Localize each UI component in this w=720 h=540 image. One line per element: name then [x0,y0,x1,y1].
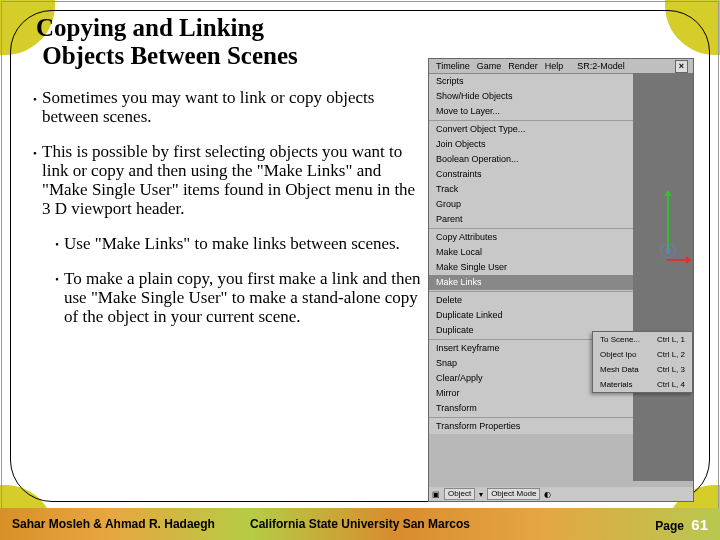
menu-item-label: Delete [436,295,462,305]
title-line-1: Copying and Linking [36,14,264,41]
page-number: 61 [691,516,708,533]
menu-item-label: Scripts [436,76,464,86]
menu-item-label: Constraints [436,169,482,179]
topbar-item[interactable]: SR:2-Model [577,61,625,71]
bullet-text: Use "Make Links" to make links between s… [64,234,400,253]
slide-title: Copying and Linking Objects Between Scen… [36,14,298,70]
submenu-item[interactable]: To Scene...Ctrl L, 1 [593,332,692,347]
sub-bullet-item: • To make a plain copy, you first make a… [50,269,426,326]
menu-item-label: Convert Object Type... [436,124,525,134]
submenu-item-shortcut: Ctrl L, 4 [657,380,685,389]
menu-item-label: Join Objects [436,139,486,149]
menu-item-label: Duplicate Linked [436,310,503,320]
topbar-item[interactable]: Timeline [436,61,470,71]
panel-icon[interactable]: ▣ [432,490,440,499]
submenu-item-shortcut: Ctrl L, 1 [657,335,685,344]
app-screenshot: Timeline Game Render Help SR:2-Model × S… [428,58,694,502]
menu-item-label: Boolean Operation... [436,154,519,164]
dropdown-icon[interactable]: ▾ [479,490,483,499]
menu-item-label: Copy Attributes [436,232,497,242]
app-topbar: Timeline Game Render Help SR:2-Model × [429,59,693,74]
axis-y-arrow-icon [664,190,672,196]
menu-item-label: Transform Properties [436,421,520,431]
bullet-text: To make a plain copy, you first make a l… [64,269,426,326]
menu-item-label: Clear/Apply [436,373,483,383]
menu-item-label: Duplicate [436,325,474,335]
make-links-submenu: To Scene...Ctrl L, 1Object IpoCtrl L, 2M… [592,331,693,393]
3d-viewport[interactable] [633,73,693,481]
submenu-item[interactable]: Object IpoCtrl L, 2 [593,347,692,362]
topbar-item[interactable]: Render [508,61,538,71]
footer-institution: California State University San Marcos [250,517,470,531]
submenu-item[interactable]: Mesh DataCtrl L, 3 [593,362,692,377]
svg-point-1 [666,249,671,254]
menu-item-label: Make Links [436,277,482,287]
bullet-item: • This is possible by first selecting ob… [28,142,426,218]
slide-footer: Sahar Mosleh & Ahmad R. Hadaegh Californ… [0,508,720,540]
menu-item-label: Snap [436,358,457,368]
submenu-item[interactable]: MaterialsCtrl L, 4 [593,377,692,392]
menu-item-label: Transform [436,403,477,413]
mode-label[interactable]: Object [444,488,475,500]
bullet-text: This is possible by first selecting obje… [42,142,426,218]
bullet-dot-icon: • [50,269,64,326]
menu-item-label: Mirror [436,388,460,398]
slide: Copying and Linking Objects Between Scen… [0,0,720,540]
sub-bullet-item: • Use "Make Links" to make links between… [50,234,426,253]
bullet-dot-icon: • [28,142,42,218]
menu-item-label: Group [436,199,461,209]
viewport-header: ▣ Object ▾ Object Mode ◐ [429,487,693,501]
topbar-item[interactable]: Help [545,61,564,71]
bullet-dot-icon: • [28,88,42,126]
submenu-item-label: Materials [600,380,632,389]
menu-item-label: Make Local [436,247,482,257]
corner-decoration [665,0,720,55]
footer-authors: Sahar Mosleh & Ahmad R. Hadaegh [12,517,215,531]
slide-body: • Sometimes you may want to link or copy… [28,88,426,342]
menu-item-label: Track [436,184,458,194]
close-icon[interactable]: × [675,60,688,73]
bullet-dot-icon: • [50,234,64,253]
menu-item-label: Show/Hide Objects [436,91,513,101]
submenu-item-label: To Scene... [600,335,640,344]
mode-selector[interactable]: Object Mode [487,488,540,500]
menu-item-label: Parent [436,214,463,224]
title-line-2: Objects Between Scenes [42,42,298,69]
axis-x-arrow-icon [686,256,692,264]
bullet-text: Sometimes you may want to link or copy o… [42,88,426,126]
topbar-item[interactable]: Game [477,61,502,71]
bullet-item: • Sometimes you may want to link or copy… [28,88,426,126]
submenu-item-shortcut: Ctrl L, 2 [657,350,685,359]
menu-item-label: Insert Keyframe [436,343,500,353]
menu-item-label: Move to Layer... [436,106,500,116]
menu-item-label: Make Single User [436,262,507,272]
submenu-item-label: Mesh Data [600,365,639,374]
shading-icon[interactable]: ◐ [544,490,551,499]
footer-page: Page 61 [655,516,708,533]
submenu-item-shortcut: Ctrl L, 3 [657,365,685,374]
submenu-item-label: Object Ipo [600,350,636,359]
